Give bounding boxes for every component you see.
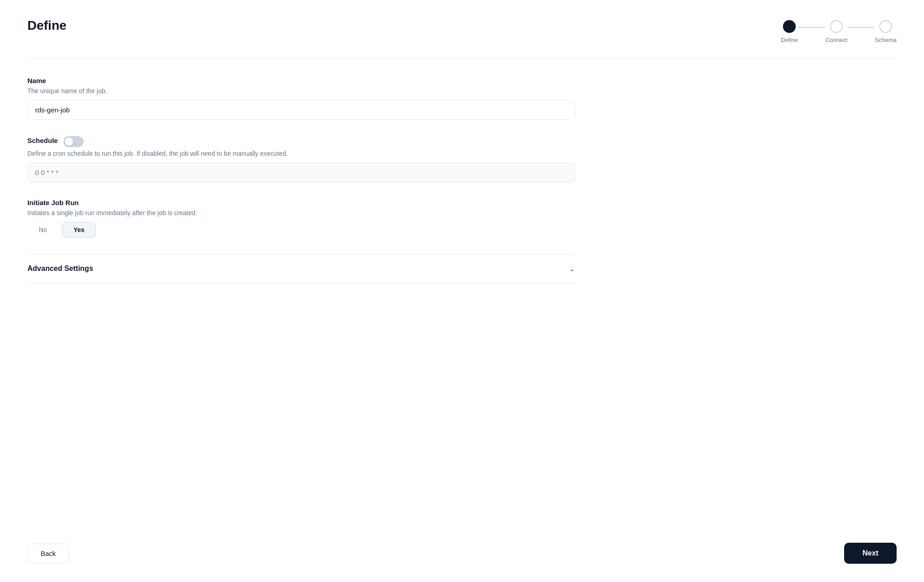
chevron-down-icon: ⌄ xyxy=(568,264,575,274)
advanced-settings-label: Advanced Settings xyxy=(27,265,93,273)
step-define: Define xyxy=(781,20,798,43)
next-button[interactable]: Next xyxy=(844,543,897,564)
toggle-thumb xyxy=(65,138,73,146)
step-connector-1 xyxy=(798,27,825,28)
step-label-connect: Connect xyxy=(825,37,847,43)
initiate-job-run-description: Initiates a single job run immediately a… xyxy=(27,209,575,217)
name-description: The unique name of the job. xyxy=(27,87,575,95)
step-label-define: Define xyxy=(781,37,798,43)
schedule-description: Define a cron schedule to run this job. … xyxy=(27,150,575,157)
back-button[interactable]: Back xyxy=(27,544,69,563)
form: Name The unique name of the job. Schedul… xyxy=(27,77,575,283)
schedule-field-group: Schedule Define a cron schedule to run t… xyxy=(27,136,575,182)
header-divider xyxy=(27,58,897,58)
advanced-settings-section[interactable]: Advanced Settings ⌄ xyxy=(27,254,575,283)
initiate-yes-button[interactable]: Yes xyxy=(62,222,96,238)
initiate-job-run-label: Initiate Job Run xyxy=(27,199,575,206)
step-circle-connect xyxy=(830,20,843,33)
footer: Back Next xyxy=(27,524,897,564)
step-circle-define xyxy=(783,20,796,33)
step-connect: Connect xyxy=(825,20,847,43)
step-circle-schema xyxy=(879,20,892,33)
schedule-toggle[interactable] xyxy=(63,136,84,147)
initiate-no-button[interactable]: No xyxy=(27,222,58,238)
step-schema: Schema xyxy=(875,20,897,43)
stepper: Define Connect Schema xyxy=(781,20,897,43)
name-field-group: Name The unique name of the job. xyxy=(27,77,575,120)
initiate-job-run-group: Initiate Job Run Initiates a single job … xyxy=(27,199,575,238)
page-title: Define xyxy=(27,18,67,33)
step-label-schema: Schema xyxy=(875,37,897,43)
name-input[interactable] xyxy=(27,100,575,120)
step-connector-2 xyxy=(847,27,875,28)
schedule-header: Schedule xyxy=(27,136,575,147)
schedule-label: Schedule xyxy=(27,137,58,144)
cron-input[interactable] xyxy=(27,163,575,182)
initiate-options: No Yes xyxy=(27,222,575,238)
name-label: Name xyxy=(27,77,575,85)
